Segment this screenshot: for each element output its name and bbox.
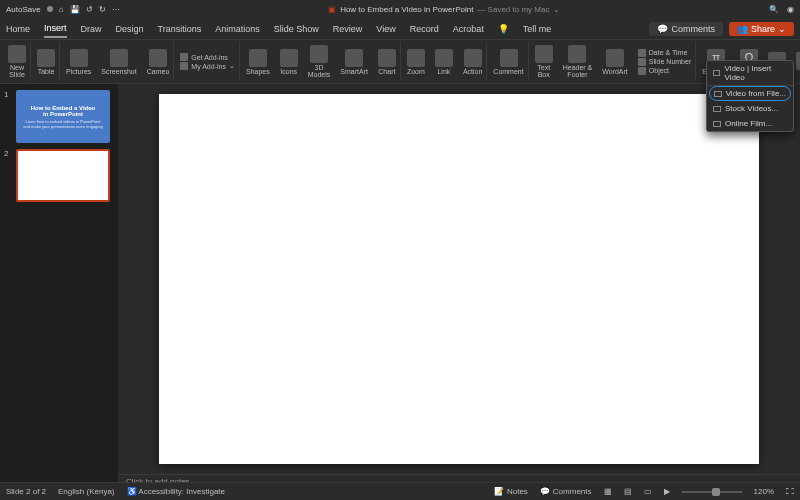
slide-area (118, 84, 800, 474)
thumbnail-1[interactable]: How to Embed a Video in PowerPoint Learn… (16, 90, 110, 143)
3d-models-icon (310, 45, 328, 63)
action-button[interactable]: Action (459, 42, 487, 81)
search-icon[interactable]: 🔍 (769, 5, 779, 14)
get-addins-button[interactable]: Get Add-ins (180, 53, 235, 61)
saved-status: — Saved to my Mac (477, 5, 549, 14)
language-indicator[interactable]: English (Kenya) (58, 487, 114, 496)
new-slide-button[interactable]: New Slide (4, 42, 31, 81)
reading-view-icon[interactable]: ▭ (644, 487, 652, 496)
pictures-label: Pictures (66, 68, 91, 75)
stock-videos-label: Stock Videos... (725, 104, 778, 113)
zoom-slider[interactable] (682, 491, 742, 493)
online-film-label: Online Film... (725, 119, 772, 128)
home-icon[interactable]: ⌂ (59, 5, 64, 14)
video-menu-header-label: Video | Insert Video (724, 64, 787, 82)
thumbnail-2-wrap[interactable]: 2 (4, 149, 114, 202)
cameo-label: Cameo (147, 68, 170, 75)
chevron-down-icon: ⌄ (778, 24, 786, 34)
table-button[interactable]: Table (33, 42, 60, 81)
3d-models-button[interactable]: 3D Models (304, 42, 335, 81)
tab-design[interactable]: Design (116, 21, 144, 37)
comment-button[interactable]: Comment (489, 42, 528, 81)
account-icon[interactable]: ◉ (787, 5, 794, 14)
sorter-view-icon[interactable]: ▤ (624, 487, 632, 496)
tab-slideshow[interactable]: Slide Show (274, 21, 319, 37)
share-button[interactable]: 👥 Share ⌄ (729, 22, 794, 36)
tab-acrobat[interactable]: Acrobat (453, 21, 484, 37)
zoom-value[interactable]: 120% (754, 487, 774, 496)
smartart-button[interactable]: SmartArt (336, 42, 372, 81)
autosave-toggle-icon[interactable] (47, 6, 53, 12)
comments-toggle-label: Comments (553, 487, 592, 496)
new-slide-label: New Slide (9, 64, 25, 78)
header-footer-button[interactable]: Header & Footer (559, 42, 597, 81)
tab-insert[interactable]: Insert (44, 20, 67, 38)
tab-record[interactable]: Record (410, 21, 439, 37)
shapes-label: Shapes (246, 68, 270, 75)
tab-review[interactable]: Review (333, 21, 363, 37)
accessibility-indicator[interactable]: ♿ Accessibility: Investigate (127, 487, 225, 496)
slide-number-label: Slide Number (649, 58, 691, 65)
stock-icon (713, 106, 721, 112)
chevron-down-icon[interactable]: ⌄ (553, 5, 560, 14)
date-time-button[interactable]: Date & Time (638, 49, 691, 57)
save-icon[interactable]: 💾 (70, 5, 80, 14)
slide-canvas[interactable] (159, 94, 759, 464)
slideshow-view-icon[interactable]: ▶ (664, 487, 670, 496)
zoom-icon (407, 49, 425, 67)
tab-animations[interactable]: Animations (215, 21, 260, 37)
date-time-icon (638, 49, 646, 57)
new-slide-icon (8, 45, 26, 63)
wordart-button[interactable]: WordArt (598, 42, 632, 81)
object-button[interactable]: Object (638, 67, 691, 75)
more-icon[interactable]: ⋯ (112, 5, 120, 14)
tab-view[interactable]: View (376, 21, 395, 37)
textbox-button[interactable]: Text Box (531, 42, 557, 81)
my-addins-icon (180, 62, 188, 70)
audio-icon: 🔊 (796, 52, 800, 70)
thumbnail-1-wrap[interactable]: 1 How to Embed a Video in PowerPoint Lea… (4, 90, 114, 143)
comments-label: Comments (671, 24, 715, 34)
stock-videos-item[interactable]: Stock Videos... (707, 101, 793, 116)
link-icon (435, 49, 453, 67)
normal-view-icon[interactable]: ▦ (604, 487, 612, 496)
video-from-file-item[interactable]: Video from File... (709, 86, 791, 101)
online-film-item[interactable]: Online Film... (707, 116, 793, 131)
icons-icon (280, 49, 298, 67)
tab-home[interactable]: Home (6, 21, 30, 37)
thumbnail-1-number: 1 (4, 90, 12, 143)
undo-icon[interactable]: ↺ (86, 5, 93, 14)
ribbon-tabs: Home Insert Draw Design Transitions Anim… (0, 18, 800, 40)
video-menu-header: Video | Insert Video (707, 61, 793, 86)
notes-toggle[interactable]: 📝 Notes (494, 487, 528, 496)
comment-label: Comment (493, 68, 523, 75)
my-addins-button[interactable]: My Add-ins⌄ (180, 62, 235, 70)
redo-icon[interactable]: ↻ (99, 5, 106, 14)
slide-number-button[interactable]: Slide Number (638, 58, 691, 66)
comments-button[interactable]: 💬 Comments (649, 22, 723, 36)
tellme-field[interactable]: Tell me (523, 21, 552, 37)
thumbnail-2-selected[interactable] (16, 149, 110, 202)
slide-indicator[interactable]: Slide 2 of 2 (6, 487, 46, 496)
shapes-button[interactable]: Shapes (242, 42, 274, 81)
workspace: 1 How to Embed a Video in PowerPoint Lea… (0, 84, 800, 482)
chart-button[interactable]: Chart (374, 42, 401, 81)
title-bar: AutoSave ⌂ 💾 ↺ ↻ ⋯ ▣ How to Embed a Vide… (0, 0, 800, 18)
screenshot-button[interactable]: Screenshot (97, 42, 140, 81)
icons-button[interactable]: Icons (276, 42, 302, 81)
cameo-icon (149, 49, 167, 67)
fit-to-window-icon[interactable]: ⛶ (786, 487, 794, 496)
pictures-button[interactable]: Pictures (62, 42, 95, 81)
table-label: Table (38, 68, 55, 75)
pictures-icon (70, 49, 88, 67)
tellme-icon: 💡 (498, 24, 509, 34)
chart-icon (378, 49, 396, 67)
chart-label: Chart (378, 68, 395, 75)
tab-transitions[interactable]: Transitions (158, 21, 202, 37)
comments-toggle[interactable]: 💬 Comments (540, 487, 592, 496)
tab-draw[interactable]: Draw (81, 21, 102, 37)
zoom-button[interactable]: Zoom (403, 42, 429, 81)
link-button[interactable]: Link (431, 42, 457, 81)
notes-pane[interactable]: Click to add notes (118, 474, 800, 482)
cameo-button[interactable]: Cameo (143, 42, 175, 81)
